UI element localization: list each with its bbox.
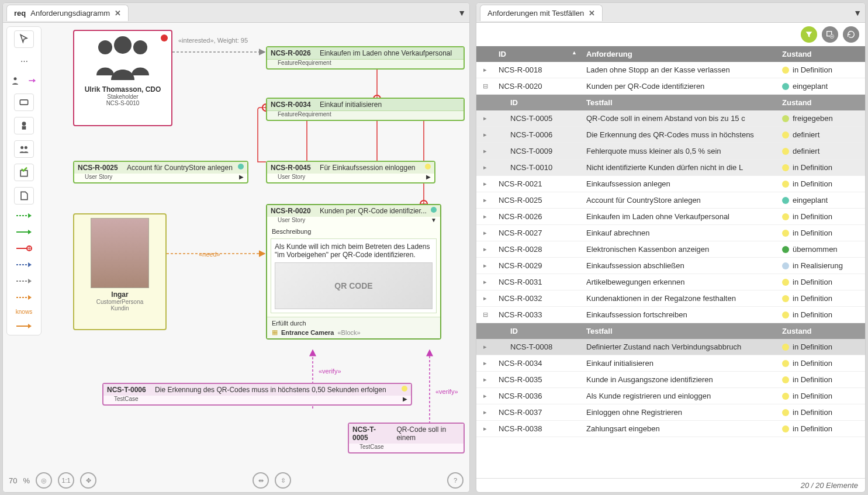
expand-icon[interactable]: ▶ xyxy=(403,396,407,402)
help-icon[interactable]: ? xyxy=(447,472,464,489)
cell-id: NCS-T-0008 xyxy=(494,339,582,355)
node-r0034[interactable]: NCS-R-0034 Einkauf initialisieren Featur… xyxy=(266,98,465,121)
table-row[interactable]: ▸NCS-R-0025Account für CountryStore anle… xyxy=(476,192,865,209)
expand-icon[interactable]: ▸ xyxy=(476,425,494,432)
requirements-grid[interactable]: ID▲ Anforderung Zustand ▸NCS-R-0018Laden… xyxy=(476,46,865,478)
col-req[interactable]: Anforderung xyxy=(582,46,777,62)
note-tool[interactable] xyxy=(14,187,34,205)
table-row[interactable]: ⊟NCS-R-0020Kunden per QR-Code identifizi… xyxy=(476,78,865,95)
expand-icon[interactable]: ⊟ xyxy=(476,82,494,90)
collapse-icon[interactable]: ▼ xyxy=(431,217,437,223)
arrow-orange-dashed[interactable] xyxy=(14,292,34,303)
table-row[interactable]: ▸NCS-R-0035Kunde in Ausgangszone identif… xyxy=(476,372,865,388)
expand-icon[interactable]: ▸ xyxy=(476,213,494,220)
expand-icon[interactable]: ▸ xyxy=(476,295,494,302)
arrow-grey-dashed[interactable] xyxy=(14,276,34,286)
tab-table[interactable]: Anforderungen mit Testfällen ✕ xyxy=(480,5,603,21)
expand-icon[interactable]: ▸ xyxy=(476,262,494,269)
table-row[interactable]: ⊟NCS-R-0033Einkaufssession fortschreiben… xyxy=(476,307,865,323)
cell-state: eingeplant xyxy=(777,192,865,208)
node-r0026[interactable]: NCS-R-0026 Einkaufen im Laden ohne Verka… xyxy=(266,46,465,70)
target-icon[interactable]: ◎ xyxy=(36,472,52,489)
group-tool[interactable] xyxy=(14,140,34,158)
col-state[interactable]: Zustand xyxy=(777,46,865,62)
more-icon[interactable]: ⋯ xyxy=(17,54,31,68)
expand-icon[interactable]: ⊟ xyxy=(476,311,494,319)
reset-zoom-button[interactable]: 1:1 xyxy=(58,472,74,489)
status-dot-icon xyxy=(782,164,789,171)
filter-icon[interactable] xyxy=(801,26,817,43)
stakeholder-tool[interactable] xyxy=(8,74,22,88)
expand-icon[interactable]: ▸ xyxy=(476,376,494,383)
align-v-icon[interactable]: ⇳ xyxy=(275,472,291,489)
persona-tool[interactable] xyxy=(14,117,34,134)
node-r0045[interactable]: NCS-R-0045 Für Einkaufssession einloggen… xyxy=(266,161,435,184)
canvas[interactable]: «interested», Weight: 95 «need» «verify»… xyxy=(50,23,469,469)
node-id: NCS-R-0020 xyxy=(271,207,311,215)
table-row[interactable]: ▸NCS-R-0027Einkauf abrechnenin Definitio… xyxy=(476,225,865,241)
tab-dropdown-icon[interactable]: ▼ xyxy=(853,8,862,18)
expand-icon[interactable]: ▸ xyxy=(476,229,494,237)
check-tool[interactable] xyxy=(14,164,34,181)
table-row[interactable]: ▸NCS-R-0034Einkauf initialisierenin Defi… xyxy=(476,355,865,372)
node-r0020[interactable]: NCS-R-0020 Kunden per QR-Code identifizi… xyxy=(266,204,441,340)
node-stakeholder[interactable]: Ulrik Thomasson, CDO Stakeholder NCS-S-0… xyxy=(73,30,172,126)
expand-icon[interactable]: ▸ xyxy=(476,343,494,351)
arrow-knows[interactable] xyxy=(14,321,34,331)
close-icon[interactable]: ✕ xyxy=(115,9,121,18)
table-row[interactable]: ▸NCS-R-0018Laden ohne Stopp an der Kasse… xyxy=(476,62,865,78)
table-row[interactable]: ▸NCS-R-0031Artikelbewegungen erkennenin … xyxy=(476,274,865,290)
node-persona[interactable]: Ingar CustomerPersona Kundin xyxy=(73,213,167,330)
expand-icon[interactable]: ▶ xyxy=(239,174,244,180)
fulfill-item[interactable]: Entrance Camera xyxy=(281,329,334,336)
expand-icon[interactable]: ▸ xyxy=(476,196,494,204)
refresh-icon[interactable] xyxy=(843,26,859,43)
svg-point-2 xyxy=(22,122,26,126)
expand-icon[interactable]: ▸ xyxy=(476,278,494,286)
expand-icon[interactable]: ▸ xyxy=(476,409,494,416)
table-row[interactable]: ▸NCS-R-0028Elektronischen Kassenbon anze… xyxy=(476,241,865,258)
node-r0025[interactable]: NCS-R-0025 Account für CountryStore anle… xyxy=(73,161,248,184)
expand-icon[interactable]: ▸ xyxy=(476,66,494,74)
cell-id: NCS-R-0018 xyxy=(494,62,582,78)
node-t0006[interactable]: NCS-T-0006 Die Erkennung des QR-Codes mu… xyxy=(102,383,412,406)
table-row[interactable]: ▸NCS-R-0037Einloggen ohne Registrierenin… xyxy=(476,404,865,421)
svg-point-25 xyxy=(114,36,132,54)
expand-icon[interactable]: ▸ xyxy=(476,115,494,122)
table-row[interactable]: ▸NCS-R-0038Zahlungsart eingebenin Defini… xyxy=(476,421,865,437)
cursor-tool[interactable] xyxy=(14,30,34,48)
tab-dropdown-icon[interactable]: ▼ xyxy=(458,8,466,18)
arrow-green-solid[interactable] xyxy=(14,227,34,237)
expand-icon[interactable]: ▸ xyxy=(476,392,494,400)
expand-icon[interactable]: ▸ xyxy=(476,131,494,139)
link-tool[interactable] xyxy=(26,74,40,88)
expand-icon[interactable]: ▸ xyxy=(476,180,494,188)
expand-icon[interactable]: ▸ xyxy=(476,245,494,253)
expand-icon[interactable]: ▸ xyxy=(476,147,494,155)
status-dot-icon xyxy=(782,311,789,319)
table-row[interactable]: ▸NCS-R-0032Kundenaktionen in der Regalzo… xyxy=(476,290,865,307)
table-row[interactable]: ▸NCS-R-0026Einkaufen im Laden ohne Verka… xyxy=(476,209,865,225)
expand-icon[interactable]: ▸ xyxy=(476,359,494,367)
table-row[interactable]: ▸NCS-R-0021Einkaufssession anlegenin Def… xyxy=(476,176,865,192)
table-child-row[interactable]: ▸NCS-T-0009Fehlerquote muss kleiner als … xyxy=(476,143,865,160)
expand-icon[interactable]: ▸ xyxy=(476,164,494,171)
table-child-row[interactable]: ▸NCS-T-0005QR-Code soll in einem Abstand… xyxy=(476,110,865,127)
arrow-blue-dashed[interactable] xyxy=(14,259,34,270)
table-child-row[interactable]: ▸NCS-T-0008Definierter Zustand nach Verb… xyxy=(476,339,865,355)
card-tool[interactable] xyxy=(14,94,34,111)
table-child-row[interactable]: ▸NCS-T-0010Nicht identifizierte Kunden d… xyxy=(476,160,865,176)
add-icon[interactable] xyxy=(822,26,838,43)
align-h-icon[interactable]: ⇹ xyxy=(253,472,269,489)
arrow-red-circle[interactable] xyxy=(14,243,34,254)
close-icon[interactable]: ✕ xyxy=(589,9,595,18)
node-t0005[interactable]: NCS-T-0005 QR-Code soll in einem TestCas… xyxy=(348,423,465,454)
expand-icon[interactable]: ▶ xyxy=(426,174,431,180)
table-row[interactable]: ▸NCS-R-0029Einkaufssession abschließenin… xyxy=(476,258,865,274)
arrow-green-dashed[interactable] xyxy=(14,210,34,221)
table-row[interactable]: ▸NCS-R-0036Als Kunde registrieren und ei… xyxy=(476,388,865,404)
fit-icon[interactable]: ✥ xyxy=(80,472,96,489)
table-child-row[interactable]: ▸NCS-T-0006Die Erkennung des QR-Codes mu… xyxy=(476,127,865,143)
tab-diagram[interactable]: req Anforderungsdiagramm ✕ xyxy=(6,5,129,21)
col-id[interactable]: ID▲ xyxy=(494,46,582,62)
